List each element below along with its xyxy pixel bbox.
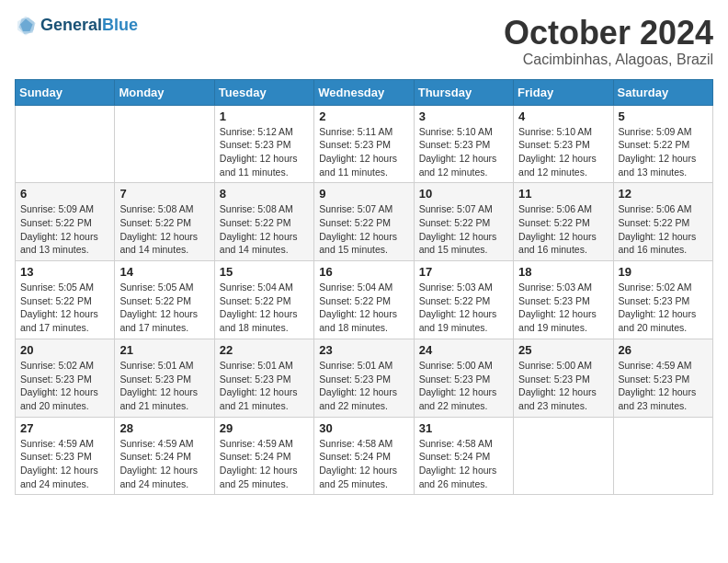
header-row: SundayMondayTuesdayWednesdayThursdayFrid… [16, 79, 713, 105]
day-info: Sunrise: 5:01 AM Sunset: 5:23 PM Dayligh… [319, 359, 408, 413]
day-number: 31 [419, 421, 508, 435]
calendar-cell: 19Sunrise: 5:02 AM Sunset: 5:23 PM Dayli… [613, 261, 712, 339]
day-info: Sunrise: 5:06 AM Sunset: 5:22 PM Dayligh… [619, 202, 708, 257]
day-info: Sunrise: 5:08 AM Sunset: 5:22 PM Dayligh… [220, 202, 309, 257]
day-info: Sunrise: 5:08 AM Sunset: 5:22 PM Dayligh… [119, 202, 209, 257]
calendar-cell: 23Sunrise: 5:01 AM Sunset: 5:23 PM Dayli… [314, 339, 414, 417]
day-number: 17 [419, 265, 508, 279]
calendar-cell [514, 417, 613, 495]
calendar-cell: 15Sunrise: 5:04 AM Sunset: 5:22 PM Dayli… [214, 261, 313, 339]
calendar-table: SundayMondayTuesdayWednesdayThursdayFrid… [15, 79, 713, 496]
day-number: 26 [619, 343, 708, 357]
calendar-cell: 27Sunrise: 4:59 AM Sunset: 5:23 PM Dayli… [16, 417, 115, 495]
day-info: Sunrise: 5:01 AM Sunset: 5:23 PM Dayligh… [119, 359, 209, 413]
calendar-week-row: 13Sunrise: 5:05 AM Sunset: 5:22 PM Dayli… [16, 261, 713, 339]
calendar-body: 1Sunrise: 5:12 AM Sunset: 5:23 PM Daylig… [16, 105, 713, 495]
day-number: 27 [20, 421, 109, 435]
day-number: 20 [20, 343, 109, 357]
calendar-cell: 13Sunrise: 5:05 AM Sunset: 5:22 PM Dayli… [16, 261, 115, 339]
calendar-cell: 6Sunrise: 5:09 AM Sunset: 5:22 PM Daylig… [16, 183, 115, 261]
day-info: Sunrise: 5:10 AM Sunset: 5:23 PM Dayligh… [419, 125, 508, 179]
day-number: 13 [20, 265, 109, 279]
title-area: October 2024 Cacimbinhas, Alagoas, Brazi… [504, 15, 713, 68]
day-number: 21 [119, 343, 209, 357]
day-info: Sunrise: 5:06 AM Sunset: 5:22 PM Dayligh… [518, 202, 608, 257]
day-info: Sunrise: 4:59 AM Sunset: 5:24 PM Dayligh… [119, 437, 209, 491]
calendar-cell: 26Sunrise: 4:59 AM Sunset: 5:23 PM Dayli… [613, 339, 712, 417]
day-info: Sunrise: 5:02 AM Sunset: 5:23 PM Dayligh… [20, 359, 109, 413]
weekday-header: Monday [115, 79, 214, 105]
day-info: Sunrise: 5:04 AM Sunset: 5:22 PM Dayligh… [220, 281, 309, 335]
day-number: 12 [619, 187, 708, 201]
weekday-header: Thursday [414, 79, 513, 105]
day-number: 15 [220, 265, 309, 279]
month-title: October 2024 [504, 15, 713, 52]
calendar-cell: 8Sunrise: 5:08 AM Sunset: 5:22 PM Daylig… [214, 183, 313, 261]
logo-text: GeneralBlue [40, 17, 138, 35]
page-header: GeneralBlue October 2024 Cacimbinhas, Al… [15, 15, 713, 68]
calendar-cell: 25Sunrise: 5:00 AM Sunset: 5:23 PM Dayli… [514, 339, 613, 417]
day-number: 25 [518, 343, 608, 357]
day-number: 3 [419, 109, 508, 123]
calendar-cell: 28Sunrise: 4:59 AM Sunset: 5:24 PM Dayli… [115, 417, 214, 495]
calendar-week-row: 27Sunrise: 4:59 AM Sunset: 5:23 PM Dayli… [16, 417, 713, 495]
calendar-cell: 29Sunrise: 4:59 AM Sunset: 5:24 PM Dayli… [214, 417, 313, 495]
calendar-week-row: 6Sunrise: 5:09 AM Sunset: 5:22 PM Daylig… [16, 183, 713, 261]
location: Cacimbinhas, Alagoas, Brazil [504, 52, 713, 68]
logo-blue: Blue [102, 16, 138, 34]
logo: GeneralBlue [15, 15, 138, 37]
day-info: Sunrise: 5:07 AM Sunset: 5:22 PM Dayligh… [419, 202, 508, 257]
calendar-cell: 10Sunrise: 5:07 AM Sunset: 5:22 PM Dayli… [414, 183, 513, 261]
day-info: Sunrise: 5:10 AM Sunset: 5:23 PM Dayligh… [518, 125, 608, 179]
day-info: Sunrise: 5:03 AM Sunset: 5:22 PM Dayligh… [419, 281, 508, 335]
day-number: 2 [319, 109, 408, 123]
calendar-cell [16, 105, 115, 183]
day-number: 18 [518, 265, 608, 279]
day-number: 5 [619, 109, 708, 123]
day-info: Sunrise: 4:58 AM Sunset: 5:24 PM Dayligh… [319, 437, 408, 491]
calendar-week-row: 1Sunrise: 5:12 AM Sunset: 5:23 PM Daylig… [16, 105, 713, 183]
day-number: 7 [119, 187, 209, 201]
calendar-cell: 7Sunrise: 5:08 AM Sunset: 5:22 PM Daylig… [115, 183, 214, 261]
day-number: 23 [319, 343, 408, 357]
calendar-cell [613, 417, 712, 495]
calendar-cell: 1Sunrise: 5:12 AM Sunset: 5:23 PM Daylig… [214, 105, 313, 183]
logo-general: General [40, 16, 102, 34]
calendar-cell: 14Sunrise: 5:05 AM Sunset: 5:22 PM Dayli… [115, 261, 214, 339]
weekday-header: Friday [514, 79, 613, 105]
day-number: 11 [518, 187, 608, 201]
day-info: Sunrise: 5:12 AM Sunset: 5:23 PM Dayligh… [220, 125, 309, 179]
day-info: Sunrise: 5:00 AM Sunset: 5:23 PM Dayligh… [518, 359, 608, 413]
calendar-cell: 2Sunrise: 5:11 AM Sunset: 5:23 PM Daylig… [314, 105, 414, 183]
day-info: Sunrise: 4:59 AM Sunset: 5:23 PM Dayligh… [20, 437, 109, 491]
calendar-cell: 4Sunrise: 5:10 AM Sunset: 5:23 PM Daylig… [514, 105, 613, 183]
day-number: 22 [220, 343, 309, 357]
day-info: Sunrise: 5:09 AM Sunset: 5:22 PM Dayligh… [619, 125, 708, 179]
day-info: Sunrise: 5:05 AM Sunset: 5:22 PM Dayligh… [119, 281, 209, 335]
calendar-cell: 11Sunrise: 5:06 AM Sunset: 5:22 PM Dayli… [514, 183, 613, 261]
day-info: Sunrise: 5:01 AM Sunset: 5:23 PM Dayligh… [220, 359, 309, 413]
day-number: 29 [220, 421, 309, 435]
weekday-header: Wednesday [314, 79, 414, 105]
calendar-cell [115, 105, 214, 183]
day-info: Sunrise: 5:07 AM Sunset: 5:22 PM Dayligh… [319, 202, 408, 257]
calendar-week-row: 20Sunrise: 5:02 AM Sunset: 5:23 PM Dayli… [16, 339, 713, 417]
day-info: Sunrise: 5:03 AM Sunset: 5:23 PM Dayligh… [518, 281, 608, 335]
calendar-cell: 22Sunrise: 5:01 AM Sunset: 5:23 PM Dayli… [214, 339, 313, 417]
day-number: 16 [319, 265, 408, 279]
calendar-cell: 21Sunrise: 5:01 AM Sunset: 5:23 PM Dayli… [115, 339, 214, 417]
calendar-cell: 30Sunrise: 4:58 AM Sunset: 5:24 PM Dayli… [314, 417, 414, 495]
day-number: 10 [419, 187, 508, 201]
day-info: Sunrise: 5:11 AM Sunset: 5:23 PM Dayligh… [319, 125, 408, 179]
day-info: Sunrise: 5:04 AM Sunset: 5:22 PM Dayligh… [319, 281, 408, 335]
calendar-cell: 31Sunrise: 4:58 AM Sunset: 5:24 PM Dayli… [414, 417, 513, 495]
day-number: 19 [619, 265, 708, 279]
day-info: Sunrise: 5:02 AM Sunset: 5:23 PM Dayligh… [619, 281, 708, 335]
day-info: Sunrise: 4:59 AM Sunset: 5:23 PM Dayligh… [619, 359, 708, 413]
calendar-cell: 17Sunrise: 5:03 AM Sunset: 5:22 PM Dayli… [414, 261, 513, 339]
day-number: 28 [119, 421, 209, 435]
day-number: 6 [20, 187, 109, 201]
day-number: 8 [220, 187, 309, 201]
calendar-cell: 9Sunrise: 5:07 AM Sunset: 5:22 PM Daylig… [314, 183, 414, 261]
calendar-cell: 3Sunrise: 5:10 AM Sunset: 5:23 PM Daylig… [414, 105, 513, 183]
